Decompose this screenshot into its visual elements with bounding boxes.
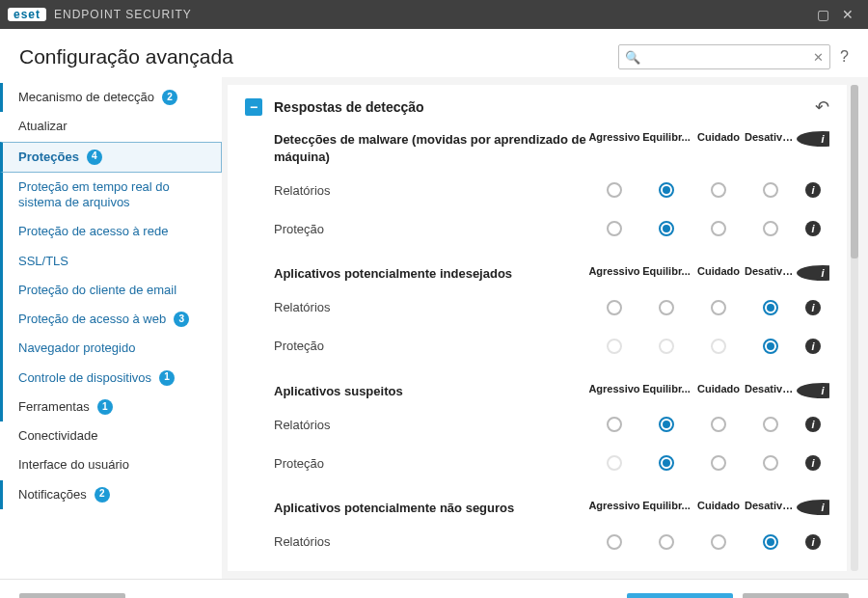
info-icon[interactable]: i (797, 265, 829, 281)
default-button[interactable]: Padrão (19, 593, 125, 599)
radio-option[interactable] (607, 534, 622, 550)
titlebar: eset ENDPOINT SECURITY ▢ ✕ (0, 0, 868, 29)
setting-row: Proteçãoi (274, 327, 829, 366)
column-header: Desativa... (745, 500, 797, 515)
group-title: Detecções de malware (movidas por aprend… (274, 131, 588, 165)
radio-option[interactable] (763, 221, 778, 236)
window-maximize-icon[interactable]: ▢ (810, 7, 835, 22)
radio-option[interactable] (659, 534, 674, 550)
sidebar-item[interactable]: Conectividade (0, 421, 222, 450)
info-icon[interactable]: i (805, 339, 821, 354)
info-icon[interactable]: i (805, 221, 821, 236)
scrollbar-thumb[interactable] (851, 85, 858, 258)
sidebar-item-label: Navegador protegido (18, 340, 135, 356)
radio-option[interactable] (607, 182, 622, 198)
column-header: Desativa... (745, 131, 797, 147)
radio-option[interactable] (607, 417, 622, 432)
collapse-toggle-icon[interactable]: − (245, 98, 262, 116)
setting-row: Relatóriosi (274, 171, 829, 209)
radio-option[interactable] (763, 455, 778, 471)
sidebar-item[interactable]: Mecanismo de detecção2 (0, 83, 222, 112)
radio-option[interactable] (711, 417, 726, 432)
sidebar-badge: 1 (159, 370, 175, 386)
radio-option[interactable] (711, 300, 726, 315)
sidebar-item-label: Interface do usuário (18, 457, 129, 473)
sidebar-item-label: SSL/TLS (18, 254, 68, 269)
radio-option[interactable] (711, 221, 726, 236)
radio-option (607, 455, 622, 471)
radio-option[interactable] (659, 417, 674, 432)
sidebar-item[interactable]: Proteção de acesso à rede (0, 217, 222, 246)
search-input[interactable] (640, 50, 813, 65)
ok-button[interactable]: 🛡 OK (627, 593, 733, 599)
search-box[interactable]: 🔍 ✕ (618, 44, 830, 69)
sidebar-item[interactable]: Controle de dispositivos1 (0, 364, 222, 393)
page-title: Configuração avançada (19, 45, 618, 68)
info-icon[interactable]: i (805, 182, 821, 198)
help-icon[interactable]: ? (840, 48, 849, 66)
brand-logo: eset (8, 8, 46, 21)
sidebar-item[interactable]: Ferramentas1 (0, 393, 222, 421)
sidebar-badge: 2 (95, 487, 110, 503)
radio-option[interactable] (763, 534, 778, 550)
radio-option[interactable] (607, 300, 622, 315)
info-icon[interactable]: i (797, 131, 829, 147)
group-title: Aplicativos potencialmente indesejados (274, 265, 588, 283)
radio-option[interactable] (711, 182, 726, 198)
sidebar: Mecanismo de detecção2AtualizarProteções… (0, 77, 222, 579)
column-header: Equilibr... (640, 265, 692, 281)
sidebar-item[interactable]: Proteção de acesso à web3 (0, 305, 222, 334)
setting-row: Relatóriosi (274, 405, 829, 444)
group-title: Aplicativos potencialmente não seguros (274, 500, 588, 517)
sidebar-item[interactable]: Proteção do cliente de email (0, 276, 222, 305)
sidebar-item[interactable]: Proteções4 (0, 142, 222, 173)
radio-option (607, 339, 622, 354)
column-header: Agressivo (588, 500, 640, 515)
column-header: Desativa... (745, 265, 797, 281)
sidebar-item[interactable]: Notificações2 (0, 480, 222, 509)
info-icon[interactable]: i (805, 534, 821, 550)
main-area: − Respostas de detecção ↶ Detecções de m… (222, 77, 868, 579)
info-icon[interactable]: i (797, 500, 829, 515)
radio-option[interactable] (659, 182, 674, 198)
radio-option (711, 339, 726, 354)
clear-search-icon[interactable]: ✕ (813, 50, 824, 65)
sidebar-item[interactable]: Navegador protegido (0, 334, 222, 363)
window-close-icon[interactable]: ✕ (835, 7, 860, 22)
sidebar-item[interactable]: Proteção em tempo real do sistema de arq… (0, 173, 222, 218)
radio-option[interactable] (763, 417, 778, 432)
info-icon[interactable]: i (805, 455, 821, 471)
search-icon: 🔍 (625, 50, 640, 65)
radio-option[interactable] (763, 300, 778, 315)
radio-option[interactable] (763, 182, 778, 198)
info-icon[interactable]: i (805, 300, 821, 315)
sidebar-item[interactable]: Interface do usuário (0, 450, 222, 479)
sidebar-item-label: Proteção de acesso à rede (18, 224, 168, 239)
column-header: Agressivo (588, 383, 640, 398)
sidebar-item[interactable]: Atualizar (0, 112, 222, 141)
setting-label: Relatórios (274, 183, 588, 198)
info-icon[interactable]: i (805, 417, 821, 432)
column-header: Equilibr... (640, 500, 692, 515)
sidebar-item-label: Controle de dispositivos (18, 370, 151, 386)
sidebar-item-label: Proteção do cliente de email (18, 283, 176, 298)
radio-option[interactable] (711, 455, 726, 471)
info-icon[interactable]: i (797, 383, 829, 398)
radio-option[interactable] (763, 339, 778, 354)
radio-option[interactable] (659, 221, 674, 236)
footer: Padrão 🛡 OK Cancelar (0, 579, 868, 598)
section-title: Respostas de detecção (274, 99, 815, 115)
radio-option[interactable] (711, 534, 726, 550)
sidebar-item[interactable]: SSL/TLS (0, 247, 222, 276)
sidebar-badge: 3 (174, 312, 189, 327)
column-header: Cuidado (692, 383, 745, 398)
setting-row: Proteçãoi (274, 209, 829, 248)
radio-option[interactable] (607, 221, 622, 236)
radio-option[interactable] (659, 455, 674, 471)
scrollbar-track[interactable] (851, 85, 858, 571)
cancel-button[interactable]: Cancelar (743, 593, 849, 599)
column-header: Desativa... (745, 383, 797, 398)
sidebar-item-label: Notificações (18, 487, 87, 503)
radio-option[interactable] (659, 300, 674, 315)
undo-icon[interactable]: ↶ (815, 96, 829, 118)
